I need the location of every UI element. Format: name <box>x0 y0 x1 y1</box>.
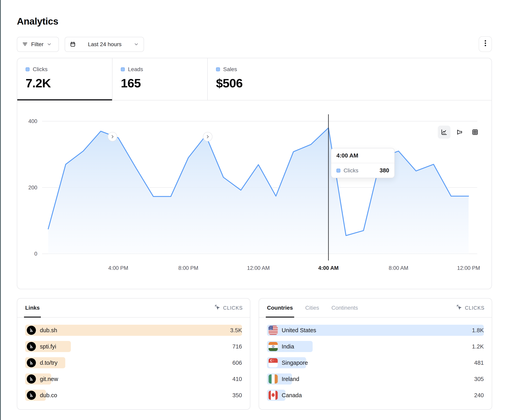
country-label: Singapore <box>282 360 308 366</box>
flag-in-icon <box>269 342 278 351</box>
country-clicks-value: 305 <box>474 376 484 382</box>
cursor-click-icon <box>456 304 463 311</box>
date-range-label: Last 24 hours <box>79 41 131 48</box>
links-metric-selector[interactable]: CLICKS <box>214 304 243 311</box>
link-label: d.to/try <box>40 360 58 366</box>
geo-tab-bar: Countries Cities Continents <box>267 298 358 317</box>
x-tick-label: 12:00 PM <box>457 265 480 271</box>
tab-links[interactable]: Links <box>25 298 40 317</box>
tab-continents[interactable]: Continents <box>331 298 358 317</box>
x-tick-label: 8:00 PM <box>178 265 198 271</box>
line-chart-view-button[interactable] <box>438 126 450 139</box>
country-row[interactable]: India 1.2K <box>267 341 484 352</box>
link-clicks-value: 3.5K <box>230 327 242 334</box>
chevron-down-icon <box>47 42 52 47</box>
dub-logo-icon <box>27 374 36 384</box>
country-clicks-value: 481 <box>474 360 484 366</box>
country-label: United States <box>282 327 316 334</box>
tab-links-label: Links <box>25 305 40 311</box>
stat-tab-sales[interactable]: Sales $506 <box>208 58 303 100</box>
x-tick-label: 4:00 PM <box>108 265 128 271</box>
active-tab-underline <box>17 99 112 101</box>
table-view-button[interactable] <box>469 126 481 139</box>
expand-leads-chevron-button[interactable] <box>203 132 212 141</box>
series-legend-icon <box>216 67 220 71</box>
geo-tab-label: Countries <box>267 305 293 311</box>
chevron-down-icon <box>134 42 139 47</box>
flag-ie-icon <box>269 374 278 384</box>
dub-logo-icon <box>27 342 36 351</box>
geo-tab-label: Cities <box>305 305 319 311</box>
stats-tab-bar: Clicks 7.2K Leads 165 Sales <box>17 58 492 101</box>
date-range-button[interactable]: Last 24 hours <box>65 37 144 52</box>
x-tick-label: 8:00 AM <box>388 265 408 271</box>
link-row[interactable]: spti.fyi 716 <box>25 341 242 352</box>
funnel-view-button[interactable] <box>453 126 466 139</box>
geo-metric-label: CLICKS <box>465 305 485 311</box>
stat-tab-clicks[interactable]: Clicks 7.2K <box>17 58 112 100</box>
stat-tab-label: Clicks <box>33 66 48 72</box>
chart-view-toggle <box>438 126 481 139</box>
y-tick-label: 400 <box>22 118 37 124</box>
link-row[interactable]: d.to/try 606 <box>25 357 242 368</box>
dub-logo-icon <box>27 326 36 335</box>
country-row[interactable]: Singapore 481 <box>267 357 484 368</box>
link-label: git.new <box>40 376 58 382</box>
country-clicks-value: 240 <box>474 392 484 398</box>
flag-sg-icon <box>269 358 278 367</box>
countries-list: United States 1.8K India 1.2K Singapore <box>267 325 484 401</box>
geo-panel: Countries Cities Continents CLICKS <box>259 298 492 410</box>
dub-logo-icon <box>27 391 36 400</box>
link-clicks-value: 350 <box>232 392 242 398</box>
stat-tab-value: $506 <box>216 76 303 90</box>
country-row[interactable]: Canada 240 <box>267 390 484 401</box>
stat-tab-leads[interactable]: Leads 165 <box>112 58 208 100</box>
tooltip-value: 380 <box>380 167 389 174</box>
expand-clicks-chevron-button[interactable] <box>108 132 117 141</box>
analytics-page: Analytics Filter Last 24 hours <box>0 0 508 420</box>
y-tick-label: 200 <box>22 184 37 191</box>
series-legend-icon <box>121 67 125 71</box>
calendar-icon <box>70 41 76 48</box>
x-tick-label: 4:00 AM <box>318 265 339 271</box>
country-clicks-value: 1.2K <box>472 343 484 350</box>
country-label: Canada <box>282 392 302 398</box>
link-row[interactable]: dub.co 350 <box>25 390 242 401</box>
geo-metric-selector[interactable]: CLICKS <box>456 304 485 311</box>
y-tick-label: 0 <box>22 251 37 257</box>
left-edge-divider <box>0 0 1 420</box>
kebab-menu-icon <box>482 39 488 49</box>
link-row[interactable]: git.new 410 <box>25 373 242 384</box>
filter-button-label: Filter <box>31 41 44 48</box>
tab-cities[interactable]: Cities <box>305 298 319 317</box>
tooltip-series-label: Clicks <box>344 167 376 174</box>
series-legend-icon <box>26 67 30 71</box>
links-list: dub.sh 3.5K spti.fyi 716 <box>25 325 242 401</box>
links-panel: Links CLICKS <box>17 298 250 410</box>
link-label: dub.sh <box>40 327 57 334</box>
filter-icon <box>22 41 28 48</box>
link-clicks-value: 410 <box>232 376 242 382</box>
chart-tooltip: 4:00 AM Clicks 380 <box>331 148 395 178</box>
link-row[interactable]: dub.sh 3.5K <box>25 325 242 336</box>
line-chart-icon <box>441 129 448 136</box>
geo-tab-label: Continents <box>331 305 358 311</box>
links-metric-label: CLICKS <box>223 305 243 311</box>
funnel-chart-icon <box>456 129 463 136</box>
link-label: spti.fyi <box>40 343 56 350</box>
link-clicks-value: 716 <box>232 343 242 350</box>
filter-button[interactable]: Filter <box>17 37 59 52</box>
country-row[interactable]: Ireland 305 <box>267 373 484 384</box>
link-clicks-value: 606 <box>232 360 242 366</box>
more-options-button[interactable] <box>479 36 492 52</box>
flag-us-icon <box>269 326 278 335</box>
country-row[interactable]: United States 1.8K <box>267 325 484 336</box>
tab-countries[interactable]: Countries <box>267 298 293 317</box>
table-grid-icon <box>472 129 478 136</box>
stat-tab-label: Sales <box>223 66 237 72</box>
stat-tab-value: 165 <box>121 76 207 90</box>
page-title: Analytics <box>17 16 58 27</box>
country-clicks-value: 1.8K <box>472 327 484 334</box>
cursor-click-icon <box>214 304 221 311</box>
series-legend-icon <box>336 169 340 173</box>
